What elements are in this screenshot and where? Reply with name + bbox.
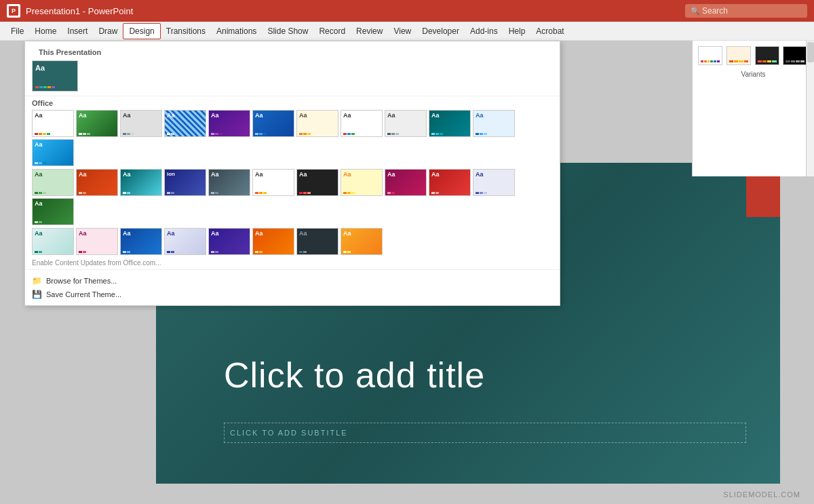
theme-red2[interactable]: Aa	[429, 169, 471, 196]
variant-1[interactable]	[698, 46, 722, 65]
theme-aqua[interactable]: Aa	[32, 228, 74, 255]
theme-sky[interactable]: Aa	[32, 139, 74, 166]
menu-review[interactable]: Review	[351, 24, 388, 39]
theme-deepviolet[interactable]: Aa	[208, 228, 250, 255]
this-presentation-section: This Presentation Aa	[25, 41, 560, 96]
window-title: Presentation1 - PowerPoint	[26, 6, 685, 16]
theme-lavender[interactable]: Aa	[473, 169, 515, 196]
variants-panel: Variants	[692, 41, 814, 176]
search-input[interactable]	[685, 4, 807, 18]
theme-purple[interactable]: Aa	[208, 110, 250, 137]
menu-insert[interactable]: Insert	[62, 24, 93, 39]
menu-animations[interactable]: Animations	[211, 24, 262, 39]
theme-mint[interactable]: Aa	[32, 169, 74, 196]
menu-design[interactable]: Design	[123, 23, 160, 39]
theme-periwinkle[interactable]: Aa	[164, 228, 206, 255]
theme-gold[interactable]: Aa	[341, 228, 383, 255]
this-presentation-label: This Presentation	[32, 44, 553, 58]
theme-panel: This Presentation Aa Office	[24, 41, 560, 306]
office-label: Office	[25, 96, 560, 109]
theme-slate[interactable]: Aa	[208, 169, 250, 196]
browse-themes-label: Browse for Themes...	[46, 277, 117, 285]
slide-subtitle[interactable]: CLICK TO ADD SUBTITLE	[230, 429, 740, 437]
theme-amber[interactable]: Aa	[252, 228, 294, 255]
menu-draw[interactable]: Draw	[93, 24, 123, 39]
theme-green[interactable]: Aa	[76, 110, 118, 137]
menu-view[interactable]: View	[388, 24, 416, 39]
theme-charcoal[interactable]: Aa	[296, 228, 338, 255]
theme-gray[interactable]: Aa	[120, 110, 162, 137]
menu-acrobat[interactable]: Acrobat	[530, 24, 569, 39]
slide-subtitle-box[interactable]: CLICK TO ADD SUBTITLE	[224, 423, 746, 443]
theme-lightblue[interactable]: Aa	[473, 110, 515, 137]
menu-file[interactable]: File	[5, 24, 29, 39]
variant-2[interactable]	[726, 46, 751, 65]
theme-royalblue[interactable]: Aa	[120, 228, 162, 255]
theme-beige[interactable]: Aa	[296, 110, 338, 137]
folder-icon: 📁	[32, 276, 42, 286]
theme-dark[interactable]: Aa	[296, 169, 338, 196]
theme-clean[interactable]: Aa	[252, 169, 294, 196]
theme-teal[interactable]: Aa	[429, 110, 471, 137]
theme-blue[interactable]: Aa	[252, 110, 294, 137]
variant-3[interactable]	[755, 46, 779, 65]
menu-record[interactable]: Record	[313, 24, 351, 39]
browse-themes-item[interactable]: 📁 Browse for Themes...	[32, 274, 553, 288]
slide-title[interactable]: Click to add title	[224, 355, 746, 395]
theme-rose[interactable]: Aa	[76, 228, 118, 255]
save-theme-label: Save Current Theme...	[46, 290, 121, 298]
watermark: SLIDEMODEL.COM	[723, 490, 800, 499]
menu-slideshow[interactable]: Slide Show	[262, 24, 313, 39]
variant-4[interactable]	[783, 46, 807, 65]
app-logo: P	[7, 4, 20, 18]
variants-label: Variants	[693, 71, 814, 81]
main-area: 1 2 3 4 5 0 1 2 3 This Presentation Aa	[0, 41, 814, 504]
menu-bar: File Home Insert Draw Design Transitions…	[0, 22, 814, 41]
logo-letter: P	[9, 6, 18, 16]
title-bar: P Presentation1 - PowerPoint 🔍	[0, 0, 814, 22]
menu-addins[interactable]: Add-ins	[465, 24, 503, 39]
variants-scrollbar[interactable]	[806, 41, 814, 176]
variants-grid	[693, 41, 814, 71]
theme-office[interactable]: Aa	[32, 110, 74, 137]
theme-yellow[interactable]: Aa	[341, 169, 383, 196]
menu-help[interactable]: Help	[503, 24, 531, 39]
menu-developer[interactable]: Developer	[416, 24, 465, 39]
menu-home[interactable]: Home	[29, 24, 62, 39]
theme-brick[interactable]: Aa	[76, 169, 118, 196]
save-theme-item[interactable]: 💾 Save Current Theme...	[32, 288, 553, 301]
theme-actions: 📁 Browse for Themes... 💾 Save Current Th…	[25, 269, 560, 305]
current-theme-thumb[interactable]: Aa	[32, 60, 78, 92]
save-icon: 💾	[32, 290, 42, 299]
theme-teal2[interactable]: Aa	[120, 169, 162, 196]
search-icon: 🔍	[691, 7, 700, 16]
theme-lightgray[interactable]: Aa	[385, 110, 427, 137]
theme-forest[interactable]: Aa	[32, 198, 74, 225]
menu-transitions[interactable]: Transitions	[161, 24, 211, 39]
enable-updates-text: Enable Content Updates from Office.com..…	[25, 256, 560, 269]
theme-minimal[interactable]: Aa	[341, 110, 383, 137]
theme-indigo[interactable]: ion	[164, 169, 206, 196]
theme-checker[interactable]: Aa	[164, 110, 206, 137]
search-wrapper: 🔍	[685, 4, 807, 18]
theme-pink[interactable]: Aa	[385, 169, 427, 196]
